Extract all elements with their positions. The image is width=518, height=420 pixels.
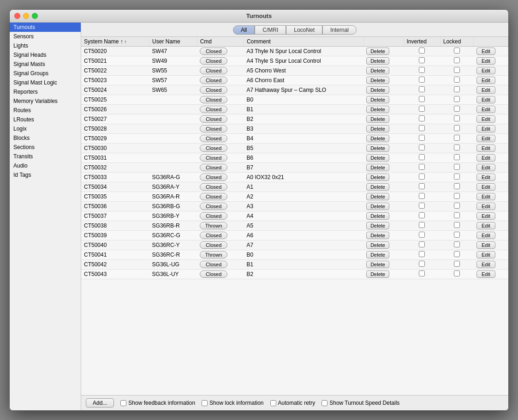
cmd-button[interactable]: Closed <box>200 86 227 94</box>
cmd-button[interactable]: Thrown <box>200 222 227 229</box>
inverted-checkbox[interactable] <box>419 96 425 102</box>
edit-button[interactable]: Edit <box>476 144 495 152</box>
edit-button[interactable]: Edit <box>476 96 495 103</box>
delete-button[interactable]: Delete <box>366 115 389 123</box>
edit-button[interactable]: Edit <box>476 115 495 123</box>
inverted-checkbox[interactable] <box>419 67 425 73</box>
tab-all[interactable]: All <box>233 25 255 35</box>
cmd-button[interactable]: Closed <box>200 183 227 191</box>
sidebar-item-blocks[interactable]: Blocks <box>10 133 81 143</box>
inverted-checkbox[interactable] <box>419 232 425 238</box>
edit-button[interactable]: Edit <box>476 261 495 268</box>
edit-button[interactable]: Edit <box>476 193 495 200</box>
locked-checkbox[interactable] <box>454 203 460 209</box>
close-button[interactable] <box>14 13 20 19</box>
inverted-checkbox[interactable] <box>419 251 425 257</box>
sidebar-item-sections[interactable]: Sections <box>10 143 81 152</box>
locked-checkbox[interactable] <box>454 106 460 112</box>
delete-button[interactable]: Delete <box>366 96 389 103</box>
delete-button[interactable]: Delete <box>366 261 389 268</box>
cmd-button[interactable]: Thrown <box>200 251 227 258</box>
delete-button[interactable]: Delete <box>366 232 389 239</box>
locked-checkbox[interactable] <box>454 174 460 180</box>
sidebar-item-reporters[interactable]: Reporters <box>10 87 81 96</box>
edit-button[interactable]: Edit <box>476 222 495 229</box>
locked-checkbox[interactable] <box>454 57 460 63</box>
cmd-button[interactable]: Closed <box>200 261 227 268</box>
delete-button[interactable]: Delete <box>366 154 389 162</box>
inverted-checkbox[interactable] <box>419 77 425 83</box>
cmd-button[interactable]: Closed <box>200 164 227 171</box>
delete-button[interactable]: Delete <box>366 251 389 258</box>
col-cmd[interactable]: Cmd <box>197 37 244 47</box>
inverted-checkbox[interactable] <box>419 222 425 228</box>
maximize-button[interactable] <box>32 13 38 19</box>
edit-button[interactable]: Edit <box>476 212 495 220</box>
footer-checkbox-2[interactable]: Automatic retry <box>270 400 316 406</box>
cmd-button[interactable]: Closed <box>200 232 227 239</box>
cmd-button[interactable]: Closed <box>200 77 227 84</box>
sidebar-item-signal-heads[interactable]: Signal Heads <box>10 50 81 60</box>
cmd-button[interactable]: Closed <box>200 135 227 142</box>
edit-button[interactable]: Edit <box>476 86 495 94</box>
locked-checkbox[interactable] <box>454 270 460 276</box>
cmd-button[interactable]: Closed <box>200 193 227 200</box>
col-inverted[interactable]: Inverted <box>404 37 440 47</box>
inverted-checkbox[interactable] <box>419 203 425 209</box>
cmd-button[interactable]: Closed <box>200 174 227 181</box>
sidebar-item-lroutes[interactable]: LRoutes <box>10 115 81 124</box>
delete-button[interactable]: Delete <box>366 144 389 152</box>
locked-checkbox[interactable] <box>454 77 460 83</box>
edit-button[interactable]: Edit <box>476 48 495 55</box>
locked-checkbox[interactable] <box>454 251 460 257</box>
edit-button[interactable]: Edit <box>476 125 495 132</box>
inverted-checkbox[interactable] <box>419 86 425 92</box>
inverted-checkbox[interactable] <box>419 106 425 112</box>
locked-checkbox[interactable] <box>454 144 460 150</box>
delete-button[interactable]: Delete <box>366 270 389 278</box>
edit-button[interactable]: Edit <box>476 57 495 65</box>
tab-c-mri[interactable]: C/MRI <box>255 25 286 35</box>
locked-checkbox[interactable] <box>454 193 460 199</box>
cmd-button[interactable]: Closed <box>200 270 227 278</box>
inverted-checkbox[interactable] <box>419 125 425 131</box>
delete-button[interactable]: Delete <box>366 48 389 55</box>
edit-button[interactable]: Edit <box>476 232 495 239</box>
inverted-checkbox[interactable] <box>419 270 425 276</box>
cmd-button[interactable]: Closed <box>200 212 227 220</box>
cmd-button[interactable]: Closed <box>200 96 227 103</box>
sidebar-item-signal-mast-logic[interactable]: Signal Mast Logic <box>10 78 81 87</box>
locked-checkbox[interactable] <box>454 212 460 218</box>
edit-button[interactable]: Edit <box>476 270 495 278</box>
cmd-button[interactable]: Closed <box>200 115 227 123</box>
tab-internal[interactable]: Internal <box>322 25 357 35</box>
inverted-checkbox[interactable] <box>419 154 425 160</box>
edit-button[interactable]: Edit <box>476 203 495 210</box>
delete-button[interactable]: Delete <box>366 57 389 65</box>
sidebar-item-signal-groups[interactable]: Signal Groups <box>10 69 81 78</box>
locked-checkbox[interactable] <box>454 154 460 160</box>
col-comment[interactable]: Comment <box>244 37 363 47</box>
locked-checkbox[interactable] <box>454 48 460 54</box>
delete-button[interactable]: Delete <box>366 135 389 142</box>
locked-checkbox[interactable] <box>454 115 460 121</box>
inverted-checkbox[interactable] <box>419 164 425 170</box>
inverted-checkbox[interactable] <box>419 241 425 247</box>
delete-button[interactable]: Delete <box>366 193 389 200</box>
delete-button[interactable]: Delete <box>366 203 389 210</box>
locked-checkbox[interactable] <box>454 222 460 228</box>
inverted-checkbox[interactable] <box>419 183 425 189</box>
sidebar-item-logix[interactable]: Logix <box>10 124 81 133</box>
edit-button[interactable]: Edit <box>476 135 495 142</box>
delete-button[interactable]: Delete <box>366 164 389 171</box>
inverted-checkbox[interactable] <box>419 261 425 267</box>
cmd-button[interactable]: Closed <box>200 241 227 249</box>
locked-checkbox[interactable] <box>454 135 460 141</box>
edit-button[interactable]: Edit <box>476 174 495 181</box>
edit-button[interactable]: Edit <box>476 154 495 162</box>
locked-checkbox[interactable] <box>454 67 460 73</box>
cmd-button[interactable]: Closed <box>200 48 227 55</box>
cmd-button[interactable]: Closed <box>200 203 227 210</box>
delete-button[interactable]: Delete <box>366 77 389 84</box>
locked-checkbox[interactable] <box>454 86 460 92</box>
